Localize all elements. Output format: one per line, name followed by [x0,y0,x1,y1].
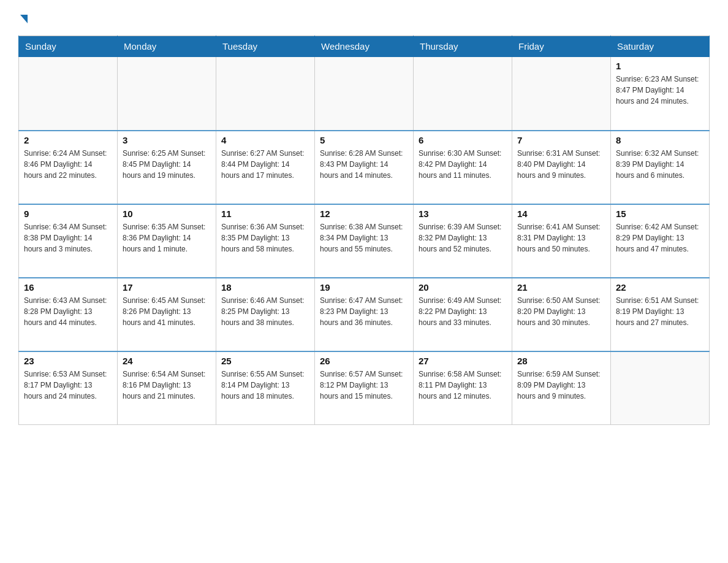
calendar-week-row: 9Sunrise: 6:34 AM Sunset: 8:38 PM Daylig… [19,204,710,278]
day-info: Sunrise: 6:43 AM Sunset: 8:28 PM Dayligh… [24,295,112,328]
calendar-cell: 20Sunrise: 6:49 AM Sunset: 8:22 PM Dayli… [414,278,512,351]
day-info: Sunrise: 6:54 AM Sunset: 8:16 PM Dayligh… [123,369,211,402]
day-info: Sunrise: 6:25 AM Sunset: 8:45 PM Dayligh… [123,148,211,181]
calendar-cell [19,57,118,131]
logo-arrow-icon [20,15,28,23]
day-info: Sunrise: 6:51 AM Sunset: 8:19 PM Dayligh… [616,295,704,328]
calendar-cell: 27Sunrise: 6:58 AM Sunset: 8:11 PM Dayli… [414,351,512,425]
calendar-cell: 24Sunrise: 6:54 AM Sunset: 8:16 PM Dayli… [118,351,216,425]
day-number: 5 [320,135,408,145]
day-number: 8 [616,135,704,145]
day-number: 11 [221,209,309,219]
day-info: Sunrise: 6:47 AM Sunset: 8:23 PM Dayligh… [320,295,408,328]
day-of-week-header: Saturday [611,36,710,57]
day-of-week-header: Sunday [19,36,118,57]
calendar-cell: 15Sunrise: 6:42 AM Sunset: 8:29 PM Dayli… [611,204,710,278]
day-number: 6 [419,135,507,145]
calendar-week-row: 2Sunrise: 6:24 AM Sunset: 8:46 PM Daylig… [19,131,710,204]
day-info: Sunrise: 6:36 AM Sunset: 8:35 PM Dayligh… [221,221,309,255]
day-of-week-header: Friday [512,36,611,57]
calendar-cell: 28Sunrise: 6:59 AM Sunset: 8:09 PM Dayli… [512,351,611,425]
calendar-cell: 13Sunrise: 6:39 AM Sunset: 8:32 PM Dayli… [414,204,512,278]
logo [18,12,28,23]
day-number: 15 [616,209,704,219]
day-number: 18 [221,282,309,293]
day-number: 19 [320,282,408,293]
calendar-cell: 16Sunrise: 6:43 AM Sunset: 8:28 PM Dayli… [19,278,118,351]
day-number: 16 [24,282,112,293]
day-number: 22 [616,282,704,293]
calendar-cell: 19Sunrise: 6:47 AM Sunset: 8:23 PM Dayli… [315,278,414,351]
day-of-week-header: Tuesday [216,36,315,57]
calendar-table: SundayMondayTuesdayWednesdayThursdayFrid… [18,36,710,425]
day-number: 2 [24,135,112,145]
day-of-week-header: Thursday [414,36,512,57]
day-number: 13 [419,209,507,219]
calendar-cell: 2Sunrise: 6:24 AM Sunset: 8:46 PM Daylig… [19,131,118,204]
day-number: 17 [123,282,211,293]
day-number: 4 [221,135,309,145]
calendar-cell: 5Sunrise: 6:28 AM Sunset: 8:43 PM Daylig… [315,131,414,204]
calendar-cell: 21Sunrise: 6:50 AM Sunset: 8:20 PM Dayli… [512,278,611,351]
calendar-cell: 7Sunrise: 6:31 AM Sunset: 8:40 PM Daylig… [512,131,611,204]
calendar-cell: 1Sunrise: 6:23 AM Sunset: 8:47 PM Daylig… [611,57,710,131]
day-number: 28 [517,356,605,366]
day-number: 25 [221,356,309,366]
calendar-cell: 8Sunrise: 6:32 AM Sunset: 8:39 PM Daylig… [611,131,710,204]
calendar-cell: 23Sunrise: 6:53 AM Sunset: 8:17 PM Dayli… [19,351,118,425]
calendar-cell [216,57,315,131]
day-number: 26 [320,356,408,366]
calendar-cell [315,57,414,131]
day-info: Sunrise: 6:58 AM Sunset: 8:11 PM Dayligh… [419,369,507,402]
calendar-cell: 12Sunrise: 6:38 AM Sunset: 8:34 PM Dayli… [315,204,414,278]
calendar-cell [118,57,216,131]
calendar-cell: 10Sunrise: 6:35 AM Sunset: 8:36 PM Dayli… [118,204,216,278]
day-number: 12 [320,209,408,219]
calendar-week-row: 1Sunrise: 6:23 AM Sunset: 8:47 PM Daylig… [19,57,710,131]
day-info: Sunrise: 6:38 AM Sunset: 8:34 PM Dayligh… [320,221,408,255]
day-info: Sunrise: 6:59 AM Sunset: 8:09 PM Dayligh… [517,369,605,402]
day-info: Sunrise: 6:42 AM Sunset: 8:29 PM Dayligh… [616,221,704,255]
calendar-cell [414,57,512,131]
day-number: 27 [419,356,507,366]
day-number: 23 [24,356,112,366]
day-number: 14 [517,209,605,219]
calendar-cell: 26Sunrise: 6:57 AM Sunset: 8:12 PM Dayli… [315,351,414,425]
day-info: Sunrise: 6:30 AM Sunset: 8:42 PM Dayligh… [419,148,507,181]
day-info: Sunrise: 6:28 AM Sunset: 8:43 PM Dayligh… [320,148,408,181]
day-info: Sunrise: 6:32 AM Sunset: 8:39 PM Dayligh… [616,148,704,181]
day-info: Sunrise: 6:34 AM Sunset: 8:38 PM Dayligh… [24,221,112,255]
day-info: Sunrise: 6:55 AM Sunset: 8:14 PM Dayligh… [221,369,309,402]
day-number: 1 [616,61,704,71]
calendar-cell: 25Sunrise: 6:55 AM Sunset: 8:14 PM Dayli… [216,351,315,425]
day-number: 24 [123,356,211,366]
day-info: Sunrise: 6:23 AM Sunset: 8:47 PM Dayligh… [616,74,704,107]
day-number: 21 [517,282,605,293]
day-number: 10 [123,209,211,219]
day-info: Sunrise: 6:39 AM Sunset: 8:32 PM Dayligh… [419,221,507,255]
day-info: Sunrise: 6:46 AM Sunset: 8:25 PM Dayligh… [221,295,309,328]
calendar-week-row: 23Sunrise: 6:53 AM Sunset: 8:17 PM Dayli… [19,351,710,425]
day-info: Sunrise: 6:24 AM Sunset: 8:46 PM Dayligh… [24,148,112,181]
day-info: Sunrise: 6:53 AM Sunset: 8:17 PM Dayligh… [24,369,112,402]
day-info: Sunrise: 6:41 AM Sunset: 8:31 PM Dayligh… [517,221,605,255]
day-number: 9 [24,209,112,219]
calendar-cell [512,57,611,131]
calendar-cell: 4Sunrise: 6:27 AM Sunset: 8:44 PM Daylig… [216,131,315,204]
day-info: Sunrise: 6:27 AM Sunset: 8:44 PM Dayligh… [221,148,309,181]
day-info: Sunrise: 6:31 AM Sunset: 8:40 PM Dayligh… [517,148,605,181]
day-info: Sunrise: 6:57 AM Sunset: 8:12 PM Dayligh… [320,369,408,402]
calendar-header-row: SundayMondayTuesdayWednesdayThursdayFrid… [19,36,710,57]
calendar-cell: 14Sunrise: 6:41 AM Sunset: 8:31 PM Dayli… [512,204,611,278]
calendar-cell: 9Sunrise: 6:34 AM Sunset: 8:38 PM Daylig… [19,204,118,278]
day-info: Sunrise: 6:50 AM Sunset: 8:20 PM Dayligh… [517,295,605,328]
day-info: Sunrise: 6:45 AM Sunset: 8:26 PM Dayligh… [123,295,211,328]
day-info: Sunrise: 6:49 AM Sunset: 8:22 PM Dayligh… [419,295,507,328]
calendar-week-row: 16Sunrise: 6:43 AM Sunset: 8:28 PM Dayli… [19,278,710,351]
calendar-cell: 6Sunrise: 6:30 AM Sunset: 8:42 PM Daylig… [414,131,512,204]
day-info: Sunrise: 6:35 AM Sunset: 8:36 PM Dayligh… [123,221,211,255]
calendar-cell: 18Sunrise: 6:46 AM Sunset: 8:25 PM Dayli… [216,278,315,351]
calendar-cell: 3Sunrise: 6:25 AM Sunset: 8:45 PM Daylig… [118,131,216,204]
page-header [18,12,710,23]
day-number: 20 [419,282,507,293]
